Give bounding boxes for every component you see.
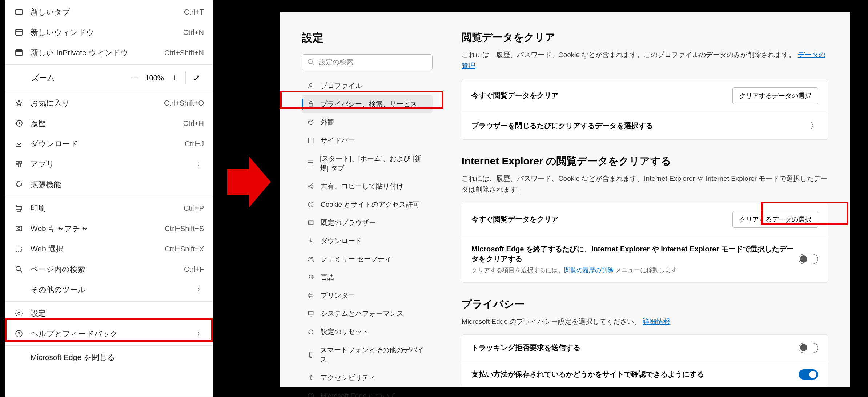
privacy-learn-more-link[interactable]: 詳細情報: [643, 318, 670, 325]
menu-item-item[interactable]: Microsoft Edge を閉じる: [5, 347, 213, 368]
settings-title: 設定: [302, 31, 433, 45]
phone-icon: [307, 351, 314, 359]
card-privacy: トラッキング拒否要求を送信する 支払い方法が保存されているかどうかをサイトで確認…: [462, 334, 828, 387]
menu-item-find[interactable]: ページ内の検索Ctrl+F: [5, 259, 213, 279]
language-icon: A字: [307, 273, 315, 281]
menu-item-download[interactable]: ダウンロードCtrl+J: [5, 134, 213, 154]
settings-search[interactable]: [302, 54, 433, 70]
svg-rect-6: [16, 50, 22, 52]
choose-what-to-clear-button[interactable]: クリアするデータの選択: [732, 87, 818, 104]
menu-item-star[interactable]: お気に入りCtrl+Shift+O: [5, 93, 213, 113]
svg-line-44: [310, 187, 312, 188]
menu-item-capture[interactable]: Web キャプチャCtrl+Shift+S: [5, 218, 213, 239]
svg-point-23: [16, 266, 20, 271]
svg-marker-28: [227, 156, 271, 207]
shortcut-label: Ctrl+F: [184, 265, 204, 274]
fullscreen-button[interactable]: ⤢: [189, 73, 204, 83]
nav-label: プロファイル: [321, 81, 362, 91]
menu-item-label: 印刷: [31, 203, 184, 213]
printer-icon: [307, 291, 315, 299]
settings-search-input[interactable]: [319, 58, 427, 66]
family-icon: [307, 255, 315, 263]
svg-rect-12: [16, 161, 18, 163]
nav-start[interactable]: [スタート]、[ホーム]、および [新規] タブ: [302, 150, 433, 177]
shortcut-label: Ctrl+N: [183, 28, 204, 37]
inprivate-icon: [14, 48, 24, 58]
nav-sidebar[interactable]: サイドバー: [302, 131, 433, 150]
menu-item-label: 新しいウィンドウ: [31, 27, 183, 37]
nav-label: プリンター: [321, 291, 355, 300]
menu-item-apps[interactable]: アプリ〉: [5, 154, 213, 174]
row-payment-check: 支払い方法が保存されているかどうかをサイトで確認できるようにする: [462, 361, 828, 387]
menu-item-inprivate[interactable]: 新しい InPrivate ウィンドウCtrl+Shift+N: [5, 43, 213, 63]
webselect-icon: [14, 244, 24, 254]
nav-label: アクセシビリティ: [321, 373, 376, 382]
menu-item-extensions[interactable]: 拡張機能: [5, 174, 213, 195]
ie-clear-on-exit-toggle[interactable]: [799, 254, 818, 264]
nav-share[interactable]: 共有、コピーして貼り付け: [302, 177, 433, 195]
nav-label: プライバシー、検索、サービス: [321, 99, 417, 109]
capture-icon: [14, 223, 24, 234]
svg-point-47: [311, 205, 312, 206]
default-browser-icon: [307, 219, 315, 227]
nav-privacy[interactable]: プライバシー、検索、サービス: [302, 95, 433, 113]
nav-about[interactable]: Microsoft Edge について: [302, 387, 433, 397]
svg-rect-32: [309, 103, 313, 106]
menu-item-label: ページ内の検索: [31, 264, 184, 274]
reset-icon: [307, 328, 315, 336]
menu-item-label: ヘルプとフィードバック: [31, 329, 197, 339]
svg-point-45: [308, 202, 313, 207]
shortcut-label: Ctrl+H: [183, 119, 204, 128]
svg-rect-38: [308, 161, 313, 166]
help-icon: ?: [14, 329, 24, 339]
zoom-in-button[interactable]: +: [167, 72, 182, 84]
menu-item-webselect[interactable]: Web 選択Ctrl+Shift+X: [5, 239, 213, 259]
menu-item-settings[interactable]: 設定: [5, 303, 213, 323]
menu-item-help[interactable]: ?ヘルプとフィードバック〉: [5, 323, 213, 344]
row-ie-clear-on-exit: Microsoft Edge を終了するたびに、Internet Explore…: [462, 236, 828, 282]
nav-language[interactable]: A字言語: [302, 268, 433, 286]
menu-item-tab-new[interactable]: 新しいタブCtrl+T: [5, 2, 213, 22]
svg-rect-3: [16, 29, 22, 35]
nav-label: Cookie とサイトのアクセス許可: [321, 200, 420, 209]
svg-point-48: [310, 203, 311, 204]
svg-line-43: [310, 185, 312, 186]
nav-printer[interactable]: プリンター: [302, 286, 433, 305]
nav-appearance[interactable]: 外観: [302, 113, 433, 131]
menu-item-print[interactable]: 印刷Ctrl+P: [5, 198, 213, 218]
privacy-icon: [307, 100, 315, 108]
menu-item-label: 新しいタブ: [31, 7, 184, 17]
menu-item-item[interactable]: その他のツール〉: [5, 279, 213, 300]
nav-system[interactable]: システムとパフォーマンス: [302, 305, 433, 323]
nav-cookies[interactable]: Cookie とサイトのアクセス許可: [302, 195, 433, 214]
svg-rect-57: [310, 293, 312, 294]
menu-item-window-new[interactable]: 新しいウィンドウCtrl+N: [5, 22, 213, 43]
nav-reset[interactable]: 設定のリセット: [302, 323, 433, 341]
find-icon: [14, 264, 24, 274]
blank-icon: [14, 285, 24, 295]
menu-item-label: Web キャプチャ: [31, 223, 165, 234]
section-clear-browsing-desc: これには、履歴、パスワード、Cookie などが含まれます。このプロファイルのデ…: [462, 49, 828, 72]
nav-default-browser[interactable]: 既定のブラウザー: [302, 214, 433, 232]
svg-text:?: ?: [17, 331, 20, 337]
svg-rect-58: [310, 296, 312, 298]
nav-family[interactable]: ファミリー セーフティ: [302, 250, 433, 268]
nav-label: スマートフォンとその他のデバイス: [320, 345, 427, 364]
chevron-right-icon: 〉: [197, 159, 204, 169]
nav-downloads[interactable]: ダウンロード: [302, 232, 433, 250]
delete-history-link[interactable]: 閲覧の履歴の削除: [564, 267, 614, 274]
nav-profile[interactable]: プロファイル: [302, 77, 433, 95]
ie-choose-what-to-clear-button[interactable]: クリアするデータの選択: [732, 211, 818, 228]
menu-item-history[interactable]: 履歴Ctrl+H: [5, 113, 213, 134]
tab-new-icon: [14, 7, 24, 17]
do-not-track-toggle[interactable]: [799, 343, 818, 353]
card-clear-browsing: 今すぐ閲覧データをクリア クリアするデータの選択 ブラウザーを閉じるたびにクリア…: [462, 79, 828, 140]
shortcut-label: Ctrl+P: [184, 204, 204, 213]
row-ie-clear-now: 今すぐ閲覧データをクリア クリアするデータの選択: [462, 203, 828, 236]
nav-phone[interactable]: スマートフォンとその他のデバイス: [302, 341, 433, 369]
zoom-out-button[interactable]: −: [127, 72, 142, 84]
nav-accessibility[interactable]: アクセシビリティ: [302, 369, 433, 387]
row-clear-on-close[interactable]: ブラウザーを閉じるたびにクリアするデータを選択する 〉: [462, 112, 828, 139]
menu-item-label: アプリ: [31, 159, 197, 169]
payment-check-toggle[interactable]: [799, 369, 818, 380]
